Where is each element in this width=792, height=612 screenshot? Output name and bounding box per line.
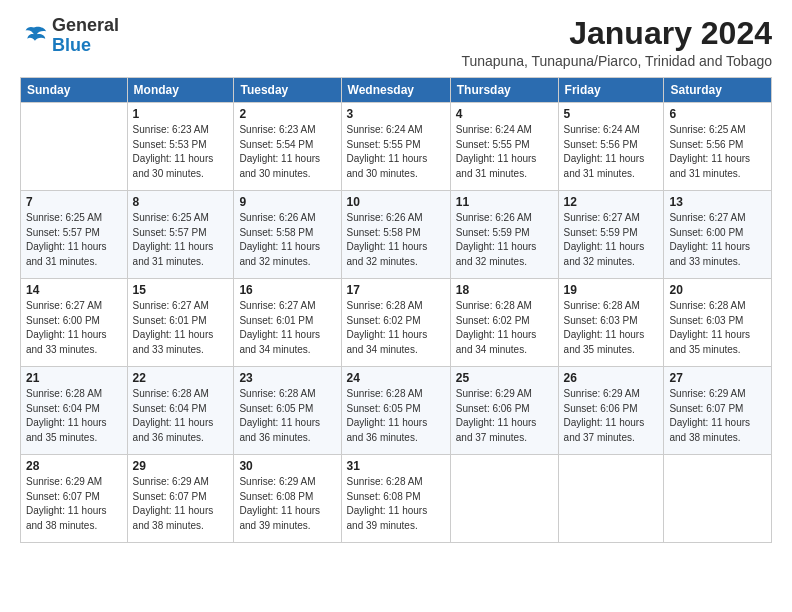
day-info: Sunrise: 6:27 AM Sunset: 6:01 PM Dayligh… — [133, 299, 229, 357]
calendar-cell: 9Sunrise: 6:26 AM Sunset: 5:58 PM Daylig… — [234, 191, 341, 279]
calendar-cell — [450, 455, 558, 543]
col-thursday: Thursday — [450, 78, 558, 103]
day-number: 9 — [239, 195, 335, 209]
day-info: Sunrise: 6:28 AM Sunset: 6:05 PM Dayligh… — [347, 387, 445, 445]
calendar-cell: 19Sunrise: 6:28 AM Sunset: 6:03 PM Dayli… — [558, 279, 664, 367]
day-number: 19 — [564, 283, 659, 297]
calendar-week-1: 1Sunrise: 6:23 AM Sunset: 5:53 PM Daylig… — [21, 103, 772, 191]
day-info: Sunrise: 6:24 AM Sunset: 5:55 PM Dayligh… — [456, 123, 553, 181]
day-number: 3 — [347, 107, 445, 121]
day-number: 21 — [26, 371, 122, 385]
calendar-cell: 14Sunrise: 6:27 AM Sunset: 6:00 PM Dayli… — [21, 279, 128, 367]
day-info: Sunrise: 6:26 AM Sunset: 5:59 PM Dayligh… — [456, 211, 553, 269]
day-info: Sunrise: 6:25 AM Sunset: 5:56 PM Dayligh… — [669, 123, 766, 181]
calendar-cell: 24Sunrise: 6:28 AM Sunset: 6:05 PM Dayli… — [341, 367, 450, 455]
calendar-cell: 7Sunrise: 6:25 AM Sunset: 5:57 PM Daylig… — [21, 191, 128, 279]
col-saturday: Saturday — [664, 78, 772, 103]
calendar-cell: 22Sunrise: 6:28 AM Sunset: 6:04 PM Dayli… — [127, 367, 234, 455]
month-title: January 2024 — [461, 16, 772, 51]
day-number: 27 — [669, 371, 766, 385]
calendar-cell: 13Sunrise: 6:27 AM Sunset: 6:00 PM Dayli… — [664, 191, 772, 279]
day-info: Sunrise: 6:24 AM Sunset: 5:56 PM Dayligh… — [564, 123, 659, 181]
page: General Blue January 2024 Tunapuna, Tuna… — [0, 0, 792, 553]
calendar-table: Sunday Monday Tuesday Wednesday Thursday… — [20, 77, 772, 543]
calendar-week-5: 28Sunrise: 6:29 AM Sunset: 6:07 PM Dayli… — [21, 455, 772, 543]
calendar-cell: 31Sunrise: 6:28 AM Sunset: 6:08 PM Dayli… — [341, 455, 450, 543]
day-number: 5 — [564, 107, 659, 121]
day-number: 14 — [26, 283, 122, 297]
day-info: Sunrise: 6:26 AM Sunset: 5:58 PM Dayligh… — [347, 211, 445, 269]
calendar-cell: 15Sunrise: 6:27 AM Sunset: 6:01 PM Dayli… — [127, 279, 234, 367]
day-info: Sunrise: 6:23 AM Sunset: 5:54 PM Dayligh… — [239, 123, 335, 181]
calendar-cell: 5Sunrise: 6:24 AM Sunset: 5:56 PM Daylig… — [558, 103, 664, 191]
calendar-cell: 12Sunrise: 6:27 AM Sunset: 5:59 PM Dayli… — [558, 191, 664, 279]
calendar-cell: 21Sunrise: 6:28 AM Sunset: 6:04 PM Dayli… — [21, 367, 128, 455]
day-number: 16 — [239, 283, 335, 297]
calendar-cell: 30Sunrise: 6:29 AM Sunset: 6:08 PM Dayli… — [234, 455, 341, 543]
calendar-cell — [558, 455, 664, 543]
calendar-week-4: 21Sunrise: 6:28 AM Sunset: 6:04 PM Dayli… — [21, 367, 772, 455]
day-info: Sunrise: 6:26 AM Sunset: 5:58 PM Dayligh… — [239, 211, 335, 269]
day-info: Sunrise: 6:23 AM Sunset: 5:53 PM Dayligh… — [133, 123, 229, 181]
day-info: Sunrise: 6:28 AM Sunset: 6:03 PM Dayligh… — [564, 299, 659, 357]
calendar-cell: 17Sunrise: 6:28 AM Sunset: 6:02 PM Dayli… — [341, 279, 450, 367]
calendar-cell: 18Sunrise: 6:28 AM Sunset: 6:02 PM Dayli… — [450, 279, 558, 367]
day-number: 28 — [26, 459, 122, 473]
day-info: Sunrise: 6:29 AM Sunset: 6:06 PM Dayligh… — [456, 387, 553, 445]
day-info: Sunrise: 6:28 AM Sunset: 6:02 PM Dayligh… — [347, 299, 445, 357]
day-info: Sunrise: 6:28 AM Sunset: 6:04 PM Dayligh… — [26, 387, 122, 445]
day-number: 8 — [133, 195, 229, 209]
day-number: 12 — [564, 195, 659, 209]
day-number: 31 — [347, 459, 445, 473]
day-info: Sunrise: 6:29 AM Sunset: 6:07 PM Dayligh… — [26, 475, 122, 533]
day-number: 29 — [133, 459, 229, 473]
day-info: Sunrise: 6:24 AM Sunset: 5:55 PM Dayligh… — [347, 123, 445, 181]
day-number: 6 — [669, 107, 766, 121]
header: General Blue January 2024 Tunapuna, Tuna… — [20, 16, 772, 69]
col-wednesday: Wednesday — [341, 78, 450, 103]
day-info: Sunrise: 6:29 AM Sunset: 6:07 PM Dayligh… — [133, 475, 229, 533]
day-number: 18 — [456, 283, 553, 297]
calendar-week-2: 7Sunrise: 6:25 AM Sunset: 5:57 PM Daylig… — [21, 191, 772, 279]
day-info: Sunrise: 6:29 AM Sunset: 6:07 PM Dayligh… — [669, 387, 766, 445]
logo-blue: Blue — [52, 35, 91, 55]
logo-text: General Blue — [52, 16, 119, 56]
calendar-cell: 11Sunrise: 6:26 AM Sunset: 5:59 PM Dayli… — [450, 191, 558, 279]
logo-bird-icon — [20, 22, 48, 50]
day-info: Sunrise: 6:28 AM Sunset: 6:02 PM Dayligh… — [456, 299, 553, 357]
day-number: 15 — [133, 283, 229, 297]
calendar-week-3: 14Sunrise: 6:27 AM Sunset: 6:00 PM Dayli… — [21, 279, 772, 367]
day-info: Sunrise: 6:27 AM Sunset: 6:00 PM Dayligh… — [669, 211, 766, 269]
calendar-cell: 29Sunrise: 6:29 AM Sunset: 6:07 PM Dayli… — [127, 455, 234, 543]
header-row: Sunday Monday Tuesday Wednesday Thursday… — [21, 78, 772, 103]
day-info: Sunrise: 6:28 AM Sunset: 6:04 PM Dayligh… — [133, 387, 229, 445]
day-number: 25 — [456, 371, 553, 385]
calendar-cell: 28Sunrise: 6:29 AM Sunset: 6:07 PM Dayli… — [21, 455, 128, 543]
day-number: 2 — [239, 107, 335, 121]
title-block: January 2024 Tunapuna, Tunapuna/Piarco, … — [461, 16, 772, 69]
col-tuesday: Tuesday — [234, 78, 341, 103]
col-monday: Monday — [127, 78, 234, 103]
day-info: Sunrise: 6:27 AM Sunset: 6:00 PM Dayligh… — [26, 299, 122, 357]
day-info: Sunrise: 6:27 AM Sunset: 6:01 PM Dayligh… — [239, 299, 335, 357]
day-number: 20 — [669, 283, 766, 297]
day-info: Sunrise: 6:25 AM Sunset: 5:57 PM Dayligh… — [133, 211, 229, 269]
location-subtitle: Tunapuna, Tunapuna/Piarco, Trinidad and … — [461, 53, 772, 69]
calendar-cell: 23Sunrise: 6:28 AM Sunset: 6:05 PM Dayli… — [234, 367, 341, 455]
day-info: Sunrise: 6:29 AM Sunset: 6:08 PM Dayligh… — [239, 475, 335, 533]
calendar-cell: 2Sunrise: 6:23 AM Sunset: 5:54 PM Daylig… — [234, 103, 341, 191]
calendar-cell: 20Sunrise: 6:28 AM Sunset: 6:03 PM Dayli… — [664, 279, 772, 367]
day-number: 24 — [347, 371, 445, 385]
day-info: Sunrise: 6:28 AM Sunset: 6:05 PM Dayligh… — [239, 387, 335, 445]
day-info: Sunrise: 6:25 AM Sunset: 5:57 PM Dayligh… — [26, 211, 122, 269]
day-info: Sunrise: 6:29 AM Sunset: 6:06 PM Dayligh… — [564, 387, 659, 445]
calendar-cell: 8Sunrise: 6:25 AM Sunset: 5:57 PM Daylig… — [127, 191, 234, 279]
day-number: 30 — [239, 459, 335, 473]
logo-general: General — [52, 15, 119, 35]
calendar-cell — [21, 103, 128, 191]
day-info: Sunrise: 6:28 AM Sunset: 6:08 PM Dayligh… — [347, 475, 445, 533]
day-number: 4 — [456, 107, 553, 121]
calendar-cell: 6Sunrise: 6:25 AM Sunset: 5:56 PM Daylig… — [664, 103, 772, 191]
day-number: 13 — [669, 195, 766, 209]
day-number: 11 — [456, 195, 553, 209]
